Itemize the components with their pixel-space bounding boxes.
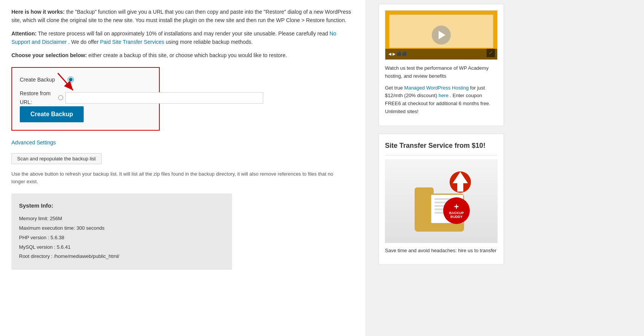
attention-paragraph: Attention: The restore process will fail… (11, 29, 354, 46)
managed-wp-link[interactable]: Managed WordPress Hosting (404, 85, 469, 91)
red-upload-arrow (449, 169, 472, 195)
scan-button[interactable]: Scan and repopulate the backup list (11, 153, 102, 164)
choose-text: either create a backup of this site, or … (88, 52, 287, 58)
main-content: Here is how it works: the "Backup" funct… (0, 0, 365, 336)
red-arrow-annotation (54, 71, 84, 94)
paid-transfer-link[interactable]: Paid Site Transfer Services (100, 39, 164, 45)
create-backup-row: Create Backup (20, 75, 151, 84)
how-it-works-paragraph: Here is how it works: the "Backup" funct… (11, 8, 354, 25)
video-card-description: Watch us test the performance of WP Acad… (385, 64, 498, 80)
restore-url-input[interactable] (65, 92, 263, 104)
video-inner-mock (389, 14, 493, 48)
system-info-title: System Info: (19, 201, 224, 210)
managed-wp-text: Get true Managed WordPress Hosting for j… (385, 84, 498, 116)
folder-tab (415, 187, 434, 194)
mysql-version: MySQL version : 5.6.41 (19, 243, 224, 251)
scan-description: Use the above button to refresh your bac… (11, 170, 342, 186)
video-overlay-bar: ◀ ▶ ⬛ ⬛ (385, 49, 497, 59)
restore-url-row: Restore from URL: (20, 89, 151, 106)
attention-text2: . We do offer (68, 39, 100, 45)
here-link[interactable]: here (439, 93, 448, 98)
site-transfer-title: Site Transfer Service from $10! (385, 140, 498, 151)
badge-text: BACKUPBUDDY (449, 211, 464, 219)
scan-desc-italic: all (139, 171, 144, 177)
sidebar-transfer-card: Site Transfer Service from $10! (378, 134, 504, 265)
sidebar: ⤢ ◀ ▶ ⬛ ⬛ Watch us test the performance … (373, 0, 510, 336)
memory-limit: Memory limit: 256M (19, 215, 224, 223)
video-time-text: ◀ ▶ ⬛ ⬛ (388, 51, 407, 57)
video-thumbnail[interactable]: ⤢ ◀ ▶ ⬛ ⬛ (385, 10, 498, 60)
backup-form-box: Create Backup Restore from URL: (11, 67, 160, 131)
system-info-box: System Info: Memory limit: 256M Maximum … (11, 194, 232, 270)
badge-plus: + (454, 202, 459, 211)
max-execution: Maximum execution time: 300 seconds (19, 224, 224, 232)
sidebar-divider (385, 155, 498, 155)
choose-label: Choose your selection below: (11, 52, 87, 58)
create-backup-button[interactable]: Create Backup (20, 106, 84, 122)
advanced-settings-link[interactable]: Advanced Settings (11, 138, 56, 147)
root-directory: Root directory : /home/mediaweb/public_h… (19, 253, 224, 261)
managed-wp-text1: Get true (385, 85, 404, 91)
backup-icon-wrapper: + BACKUPBUDDY (407, 167, 475, 235)
php-version: PHP version : 5.6.38 (19, 234, 224, 242)
site-transfer-description: Save time and avoid headaches: hire us t… (385, 247, 498, 255)
sidebar-video-card: ⤢ ◀ ▶ ⬛ ⬛ Watch us test the performance … (378, 4, 504, 126)
attention-text3: using more reliable backup methods. (166, 39, 253, 45)
backup-buddy-image: + BACKUPBUDDY (385, 159, 498, 243)
how-it-works-label: Here is how it works: (11, 9, 65, 15)
attention-label: Attention: (11, 30, 37, 37)
backup-buddy-badge: + BACKUPBUDDY (443, 197, 470, 224)
restore-url-radio[interactable] (58, 95, 63, 100)
scan-desc-part1: Use the above button to refresh your bac… (11, 171, 139, 177)
attention-text: The restore process will fail on approxi… (38, 30, 330, 37)
choose-paragraph: Choose your selection below: either crea… (11, 51, 354, 59)
restore-url-label: Restore from URL: (20, 89, 56, 106)
svg-line-1 (58, 73, 73, 90)
